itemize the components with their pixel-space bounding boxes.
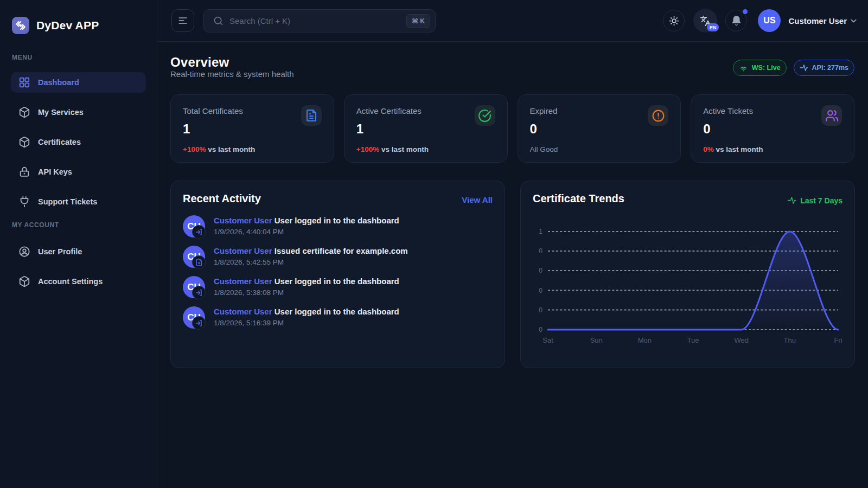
svg-text:Mon: Mon <box>638 336 652 344</box>
svg-text:0: 0 <box>539 287 542 294</box>
svg-text:Sat: Sat <box>542 336 553 344</box>
svg-text:0: 0 <box>539 267 542 274</box>
svg-text:Sun: Sun <box>590 336 603 344</box>
svg-text:0: 0 <box>539 247 542 255</box>
svg-text:1: 1 <box>539 228 542 235</box>
svg-text:Wed: Wed <box>734 336 749 344</box>
svg-text:Thu: Thu <box>784 336 796 344</box>
svg-text:Fri: Fri <box>834 336 842 344</box>
svg-text:0: 0 <box>539 306 542 314</box>
svg-text:0: 0 <box>539 326 542 333</box>
svg-text:Tue: Tue <box>687 336 699 344</box>
